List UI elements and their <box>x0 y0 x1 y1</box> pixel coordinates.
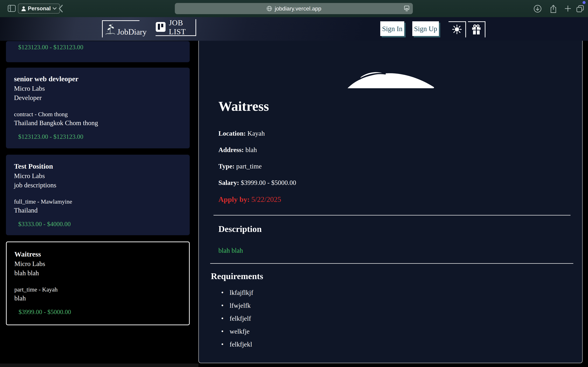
gift-icon <box>471 24 481 35</box>
job-card-title: Test Position <box>14 162 183 170</box>
apply-by-date: 5/22/2025 <box>251 195 281 203</box>
job-apply-by-row: Apply by: 5/22/2025 <box>218 195 296 204</box>
job-location-row: Location: Kayah <box>218 130 296 137</box>
back-button[interactable] <box>58 5 63 13</box>
sidebar-toggle-icon[interactable] <box>8 5 16 12</box>
job-detail-panel: Waitress Location: Kayah Address: blah T… <box>199 41 583 363</box>
kanban-board-icon <box>156 22 166 33</box>
brand-name: JobDiary <box>117 28 147 36</box>
description-text: blah blah <box>218 247 243 254</box>
app-root: Personal jobdiary.vercel.app <box>0 0 588 367</box>
location-value: Kayah <box>247 130 265 137</box>
type-label: Type: <box>218 163 234 170</box>
requirement-item: welkfje <box>221 328 253 335</box>
job-card-test-position[interactable]: Test Position Micro Labs job description… <box>6 155 190 235</box>
tab-overview-button[interactable] <box>576 5 585 13</box>
requirement-item: felkfjekl <box>221 341 253 348</box>
salary-label: Salary: <box>218 179 239 186</box>
share-button[interactable] <box>549 5 558 13</box>
salary-value: $3999.00 - $5000.00 <box>241 179 296 186</box>
address-value: blah <box>245 146 257 153</box>
job-card-salary: $3999.00 - $5000.00 <box>14 308 182 316</box>
address-bar[interactable]: jobdiary.vercel.app <box>175 3 413 14</box>
job-address-row: Address: blah <box>218 146 296 154</box>
downloads-button[interactable] <box>533 5 542 13</box>
requirement-item: lfwjelfk <box>221 302 253 309</box>
company-swoosh-logo <box>347 72 434 89</box>
globe-icon <box>266 6 272 12</box>
type-value: part_time <box>236 163 262 170</box>
job-card-role: blah blah <box>14 269 182 277</box>
job-card-partial[interactable]: $123123.00 - $123123.00 <box>6 41 190 62</box>
location-label: Location: <box>218 130 246 137</box>
job-card-senior-web-developer[interactable]: senior web devleoper Micro Labs Develope… <box>6 68 190 148</box>
chevron-down-icon <box>52 7 57 10</box>
job-card-title: Waitress <box>14 250 182 258</box>
divider <box>214 215 571 216</box>
job-card-salary: $3333.00 - $4000.00 <box>14 220 183 228</box>
site-navbar: JobDiary JOB LIST Sign In Sign Up <box>0 17 588 41</box>
nav-job-list-label: JOB LIST <box>169 18 196 36</box>
reader-view-icon[interactable] <box>404 5 410 12</box>
job-card-title: senior web devleoper <box>14 75 183 83</box>
job-salary-row: Salary: $3999.00 - $5000.00 <box>218 179 296 186</box>
sprout-logo-icon <box>105 23 116 36</box>
new-tab-button[interactable] <box>564 5 572 13</box>
requirement-item: lkfajflkjf <box>221 289 253 296</box>
requirements-list: lkfajflkjf lfwjelfk felkfjelf welkfje fe… <box>221 289 253 354</box>
sign-in-button[interactable]: Sign In <box>380 21 404 36</box>
job-card-location: Thailand <box>14 206 183 214</box>
rewards-button[interactable] <box>468 21 485 37</box>
job-card-company: Micro Labs <box>14 84 183 92</box>
job-title-heading: Waitress <box>218 98 269 114</box>
brand-logo[interactable]: JobDiary <box>102 20 139 37</box>
job-type-row: Type: part_time <box>218 162 296 170</box>
job-card-company: Micro Labs <box>14 260 182 267</box>
description-heading: Description <box>218 224 262 234</box>
browser-chrome: Personal jobdiary.vercel.app <box>0 0 588 17</box>
job-card-location: Thailand Bangkok Chom thong <box>14 119 183 127</box>
address-label: Address: <box>218 146 244 153</box>
job-card-role: job descriptions <box>14 181 183 189</box>
divider <box>210 263 573 264</box>
profile-menu-button[interactable]: Personal <box>18 3 60 14</box>
job-card-company: Micro Labs <box>14 172 183 180</box>
sun-icon <box>452 25 462 35</box>
job-card-waitress-selected[interactable]: Waitress Micro Labs blah blah part_time … <box>6 242 190 325</box>
job-card-meta: full_time - Mawlamyine <box>14 198 183 205</box>
recording-indicator-dot <box>583 1 586 4</box>
nav-job-list[interactable]: JOB LIST <box>156 19 196 36</box>
requirement-item: felkfjelf <box>221 315 253 322</box>
sign-up-button[interactable]: Sign Up <box>412 21 439 36</box>
sidebar-scrollbar[interactable] <box>0 364 199 367</box>
job-card-meta: part_time - Kayah <box>14 286 182 293</box>
requirements-heading: Requirements <box>211 271 263 281</box>
job-card-role: Developer <box>14 94 183 101</box>
profile-label: Personal <box>28 5 51 12</box>
apply-by-label: Apply by: <box>218 195 250 203</box>
person-icon <box>21 6 26 11</box>
theme-toggle-button[interactable] <box>449 21 466 37</box>
job-card-salary: $123123.00 - $123123.00 <box>18 43 190 51</box>
address-url: jobdiary.vercel.app <box>275 5 321 12</box>
job-card-location: blah <box>14 294 182 302</box>
job-card-meta: contract - Chom thong <box>14 111 183 118</box>
job-details-block: Location: Kayah Address: blah Type: part… <box>218 130 296 212</box>
job-card-salary: $123123.00 - $123123.00 <box>14 133 183 140</box>
